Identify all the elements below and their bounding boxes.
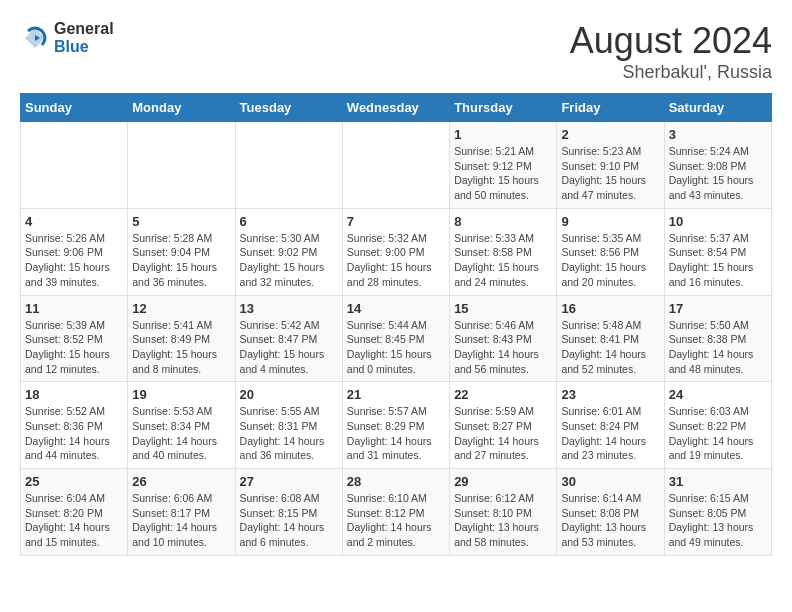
day-info: Sunrise: 5:55 AM Sunset: 8:31 PM Dayligh… [240,404,338,463]
day-info: Sunrise: 5:59 AM Sunset: 8:27 PM Dayligh… [454,404,552,463]
logo-text: General Blue [54,20,114,55]
calendar-cell: 8Sunrise: 5:33 AM Sunset: 8:58 PM Daylig… [450,208,557,295]
day-info: Sunrise: 6:10 AM Sunset: 8:12 PM Dayligh… [347,491,445,550]
day-info: Sunrise: 5:37 AM Sunset: 8:54 PM Dayligh… [669,231,767,290]
calendar-cell [21,122,128,209]
calendar-cell: 31Sunrise: 6:15 AM Sunset: 8:05 PM Dayli… [664,469,771,556]
day-info: Sunrise: 5:24 AM Sunset: 9:08 PM Dayligh… [669,144,767,203]
day-info: Sunrise: 6:06 AM Sunset: 8:17 PM Dayligh… [132,491,230,550]
calendar-body: 1Sunrise: 5:21 AM Sunset: 9:12 PM Daylig… [21,122,772,556]
day-info: Sunrise: 5:48 AM Sunset: 8:41 PM Dayligh… [561,318,659,377]
header-day-saturday: Saturday [664,94,771,122]
calendar-cell: 16Sunrise: 5:48 AM Sunset: 8:41 PM Dayli… [557,295,664,382]
day-info: Sunrise: 6:14 AM Sunset: 8:08 PM Dayligh… [561,491,659,550]
calendar-cell: 11Sunrise: 5:39 AM Sunset: 8:52 PM Dayli… [21,295,128,382]
title-block: August 2024 Sherbakul', Russia [570,20,772,83]
calendar-cell: 27Sunrise: 6:08 AM Sunset: 8:15 PM Dayli… [235,469,342,556]
week-row-4: 18Sunrise: 5:52 AM Sunset: 8:36 PM Dayli… [21,382,772,469]
day-number: 2 [561,127,659,142]
day-number: 23 [561,387,659,402]
day-info: Sunrise: 5:57 AM Sunset: 8:29 PM Dayligh… [347,404,445,463]
header-day-friday: Friday [557,94,664,122]
day-number: 30 [561,474,659,489]
calendar-cell: 29Sunrise: 6:12 AM Sunset: 8:10 PM Dayli… [450,469,557,556]
day-number: 16 [561,301,659,316]
day-info: Sunrise: 6:04 AM Sunset: 8:20 PM Dayligh… [25,491,123,550]
location-title: Sherbakul', Russia [570,62,772,83]
day-number: 9 [561,214,659,229]
logo-general: General [54,20,114,38]
day-number: 27 [240,474,338,489]
day-info: Sunrise: 5:52 AM Sunset: 8:36 PM Dayligh… [25,404,123,463]
day-number: 15 [454,301,552,316]
day-info: Sunrise: 5:26 AM Sunset: 9:06 PM Dayligh… [25,231,123,290]
day-number: 12 [132,301,230,316]
day-number: 5 [132,214,230,229]
day-info: Sunrise: 5:21 AM Sunset: 9:12 PM Dayligh… [454,144,552,203]
day-number: 17 [669,301,767,316]
calendar-cell: 9Sunrise: 5:35 AM Sunset: 8:56 PM Daylig… [557,208,664,295]
day-number: 20 [240,387,338,402]
week-row-5: 25Sunrise: 6:04 AM Sunset: 8:20 PM Dayli… [21,469,772,556]
day-info: Sunrise: 6:15 AM Sunset: 8:05 PM Dayligh… [669,491,767,550]
week-row-2: 4Sunrise: 5:26 AM Sunset: 9:06 PM Daylig… [21,208,772,295]
day-number: 8 [454,214,552,229]
day-number: 26 [132,474,230,489]
day-info: Sunrise: 6:03 AM Sunset: 8:22 PM Dayligh… [669,404,767,463]
calendar-cell: 4Sunrise: 5:26 AM Sunset: 9:06 PM Daylig… [21,208,128,295]
week-row-1: 1Sunrise: 5:21 AM Sunset: 9:12 PM Daylig… [21,122,772,209]
calendar-cell: 20Sunrise: 5:55 AM Sunset: 8:31 PM Dayli… [235,382,342,469]
calendar-cell: 26Sunrise: 6:06 AM Sunset: 8:17 PM Dayli… [128,469,235,556]
day-info: Sunrise: 5:39 AM Sunset: 8:52 PM Dayligh… [25,318,123,377]
day-number: 7 [347,214,445,229]
calendar-cell [235,122,342,209]
calendar-cell: 18Sunrise: 5:52 AM Sunset: 8:36 PM Dayli… [21,382,128,469]
header-day-sunday: Sunday [21,94,128,122]
calendar-cell: 7Sunrise: 5:32 AM Sunset: 9:00 PM Daylig… [342,208,449,295]
calendar-cell: 23Sunrise: 6:01 AM Sunset: 8:24 PM Dayli… [557,382,664,469]
day-info: Sunrise: 5:50 AM Sunset: 8:38 PM Dayligh… [669,318,767,377]
day-number: 14 [347,301,445,316]
calendar-header: SundayMondayTuesdayWednesdayThursdayFrid… [21,94,772,122]
day-number: 21 [347,387,445,402]
day-info: Sunrise: 5:44 AM Sunset: 8:45 PM Dayligh… [347,318,445,377]
month-year-title: August 2024 [570,20,772,62]
page-header: General Blue August 2024 Sherbakul', Rus… [20,20,772,83]
calendar-cell: 30Sunrise: 6:14 AM Sunset: 8:08 PM Dayli… [557,469,664,556]
logo-icon [20,23,50,53]
day-number: 18 [25,387,123,402]
calendar-cell: 2Sunrise: 5:23 AM Sunset: 9:10 PM Daylig… [557,122,664,209]
day-number: 31 [669,474,767,489]
calendar-table: SundayMondayTuesdayWednesdayThursdayFrid… [20,93,772,556]
day-info: Sunrise: 5:33 AM Sunset: 8:58 PM Dayligh… [454,231,552,290]
day-info: Sunrise: 5:32 AM Sunset: 9:00 PM Dayligh… [347,231,445,290]
calendar-cell: 3Sunrise: 5:24 AM Sunset: 9:08 PM Daylig… [664,122,771,209]
calendar-cell: 12Sunrise: 5:41 AM Sunset: 8:49 PM Dayli… [128,295,235,382]
calendar-cell: 1Sunrise: 5:21 AM Sunset: 9:12 PM Daylig… [450,122,557,209]
calendar-cell: 5Sunrise: 5:28 AM Sunset: 9:04 PM Daylig… [128,208,235,295]
calendar-cell: 10Sunrise: 5:37 AM Sunset: 8:54 PM Dayli… [664,208,771,295]
day-info: Sunrise: 5:23 AM Sunset: 9:10 PM Dayligh… [561,144,659,203]
calendar-cell: 19Sunrise: 5:53 AM Sunset: 8:34 PM Dayli… [128,382,235,469]
day-info: Sunrise: 5:53 AM Sunset: 8:34 PM Dayligh… [132,404,230,463]
calendar-cell [128,122,235,209]
day-number: 29 [454,474,552,489]
day-number: 22 [454,387,552,402]
calendar-cell: 25Sunrise: 6:04 AM Sunset: 8:20 PM Dayli… [21,469,128,556]
day-info: Sunrise: 5:41 AM Sunset: 8:49 PM Dayligh… [132,318,230,377]
day-info: Sunrise: 6:01 AM Sunset: 8:24 PM Dayligh… [561,404,659,463]
calendar-cell: 22Sunrise: 5:59 AM Sunset: 8:27 PM Dayli… [450,382,557,469]
day-number: 10 [669,214,767,229]
header-row: SundayMondayTuesdayWednesdayThursdayFrid… [21,94,772,122]
week-row-3: 11Sunrise: 5:39 AM Sunset: 8:52 PM Dayli… [21,295,772,382]
day-number: 25 [25,474,123,489]
day-number: 28 [347,474,445,489]
calendar-cell: 17Sunrise: 5:50 AM Sunset: 8:38 PM Dayli… [664,295,771,382]
calendar-cell: 13Sunrise: 5:42 AM Sunset: 8:47 PM Dayli… [235,295,342,382]
calendar-cell: 24Sunrise: 6:03 AM Sunset: 8:22 PM Dayli… [664,382,771,469]
header-day-monday: Monday [128,94,235,122]
day-info: Sunrise: 5:28 AM Sunset: 9:04 PM Dayligh… [132,231,230,290]
day-info: Sunrise: 6:08 AM Sunset: 8:15 PM Dayligh… [240,491,338,550]
day-number: 1 [454,127,552,142]
day-info: Sunrise: 5:46 AM Sunset: 8:43 PM Dayligh… [454,318,552,377]
